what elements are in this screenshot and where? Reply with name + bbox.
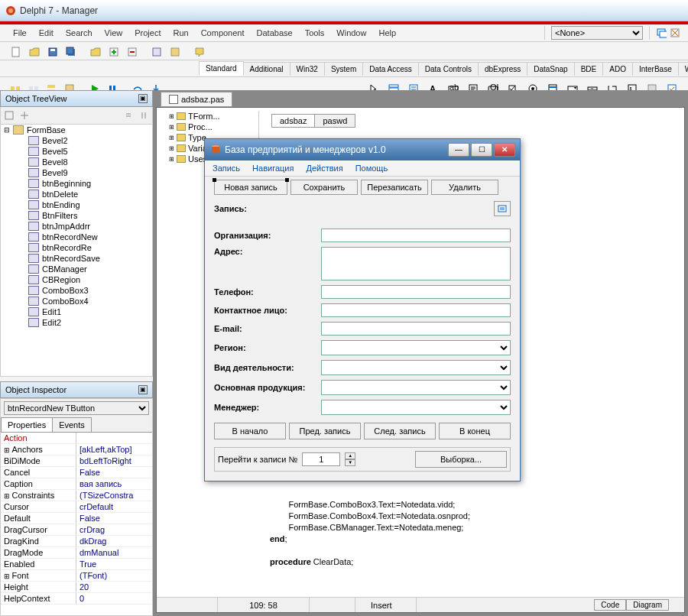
toggle-form-icon[interactable] bbox=[656, 28, 667, 38]
tree-tool4[interactable] bbox=[137, 109, 151, 122]
palette-tab-win32[interactable]: Win32 bbox=[290, 62, 325, 76]
combo-region[interactable] bbox=[321, 340, 511, 355]
pin-icon[interactable]: ▣ bbox=[138, 94, 148, 103]
close-button[interactable]: ✕ bbox=[494, 143, 515, 157]
save-btn[interactable] bbox=[44, 44, 61, 60]
menu-view[interactable]: View bbox=[99, 26, 128, 40]
palette-tab-dbexpress[interactable]: dbExpress bbox=[478, 62, 527, 76]
tree-item[interactable]: btnRecordRe bbox=[1, 242, 152, 253]
tree-item[interactable]: Edit2 bbox=[1, 317, 152, 328]
dlg-titlebar[interactable]: База предприятий и менеджеров v1.0 — ☐ ✕ bbox=[205, 139, 520, 160]
combo-manager[interactable] bbox=[321, 400, 511, 415]
property-row[interactable]: Font(TFont) bbox=[1, 570, 152, 582]
combo-activity[interactable] bbox=[321, 360, 511, 375]
filter-btn[interactable]: Выборка... bbox=[415, 451, 507, 468]
rewrite-btn[interactable]: Перезаписать bbox=[361, 180, 428, 195]
combo-product[interactable] bbox=[321, 380, 511, 395]
palette-tab-dataaccess[interactable]: Data Access bbox=[362, 62, 419, 76]
tree-root[interactable]: ⊟FormBase bbox=[1, 125, 152, 135]
struct-item[interactable]: ⊞Proc... bbox=[160, 122, 258, 132]
property-row[interactable]: Height20 bbox=[1, 582, 152, 593]
property-row[interactable]: DragKinddkDrag bbox=[1, 536, 152, 547]
save-record-btn[interactable]: Сохранить bbox=[290, 180, 358, 195]
menu-search[interactable]: Search bbox=[60, 26, 98, 40]
input-org[interactable] bbox=[321, 229, 511, 242]
tree-item[interactable]: CBManager bbox=[1, 264, 152, 274]
nav-end[interactable]: В конец bbox=[439, 423, 511, 439]
input-email[interactable] bbox=[321, 322, 511, 336]
palette-tab-datacontrols[interactable]: Data Controls bbox=[418, 62, 479, 76]
menu-window[interactable]: Window bbox=[331, 26, 372, 40]
open-project-btn[interactable] bbox=[87, 44, 104, 60]
tree-item[interactable]: btnEnding bbox=[1, 199, 152, 210]
tree-item[interactable]: btnRecordNew bbox=[1, 232, 152, 242]
palette-tab-interbase[interactable]: InterBase bbox=[632, 62, 679, 76]
status-tab-diagram[interactable]: Diagram bbox=[626, 599, 669, 611]
new-record-btn[interactable]: Новая запись bbox=[214, 180, 287, 195]
palette-tab-datasnap[interactable]: DataSnap bbox=[527, 62, 574, 76]
minimize-button[interactable]: — bbox=[448, 143, 469, 157]
property-row[interactable]: EnabledTrue bbox=[1, 559, 152, 570]
new-form-icon[interactable] bbox=[670, 28, 680, 38]
tree-item[interactable]: btnBeginning bbox=[1, 178, 152, 189]
property-row[interactable]: Constraints(TSizeConstra bbox=[1, 490, 152, 501]
menu-component[interactable]: Component bbox=[196, 26, 250, 40]
tree-tool3[interactable] bbox=[122, 109, 135, 122]
tree-item[interactable]: ComboBox3 bbox=[1, 285, 152, 296]
card-icon-btn[interactable] bbox=[494, 201, 511, 216]
tab-events[interactable]: Events bbox=[52, 417, 92, 432]
dlg-menu-actions[interactable]: Действия bbox=[301, 162, 347, 174]
tree-item[interactable]: CBRegion bbox=[1, 274, 152, 285]
open-btn[interactable] bbox=[26, 44, 43, 60]
menu-tools[interactable]: Tools bbox=[300, 26, 330, 40]
add-btn[interactable] bbox=[105, 44, 122, 60]
nav-begin[interactable]: В начало bbox=[214, 423, 286, 439]
palette-tab-bde[interactable]: BDE bbox=[574, 62, 604, 76]
input-addr[interactable] bbox=[321, 247, 511, 280]
new-btn[interactable] bbox=[8, 44, 24, 60]
tree-item[interactable]: Bevel5 bbox=[1, 146, 152, 157]
tree-item[interactable]: btnDelete bbox=[1, 189, 152, 199]
delete-btn[interactable]: Удалить bbox=[431, 180, 498, 195]
palette-tab-ado[interactable]: ADO bbox=[602, 62, 633, 76]
property-row[interactable]: DragModedmManual bbox=[1, 547, 152, 559]
tree-item[interactable]: BtnFilters bbox=[1, 210, 152, 221]
pin-icon[interactable]: ▣ bbox=[138, 385, 148, 394]
tree-item[interactable]: btnJmpAddrr bbox=[1, 221, 152, 232]
view-unit-btn[interactable] bbox=[148, 44, 165, 60]
property-row[interactable]: DragCursorcrDrag bbox=[1, 524, 152, 536]
subtab-adsbaz[interactable]: adsbaz bbox=[271, 114, 315, 128]
inspector-grid[interactable]: ActionAnchors[akLeft,akTop]BiDiModebdLef… bbox=[1, 433, 152, 615]
palette-tab-system[interactable]: System bbox=[324, 62, 363, 76]
property-row[interactable]: Captionвая запись bbox=[1, 478, 152, 490]
input-contact[interactable] bbox=[321, 303, 511, 317]
palette-tab-web[interactable]: Web bbox=[678, 62, 688, 76]
menu-file[interactable]: File bbox=[8, 26, 32, 40]
property-row[interactable]: CursorcrDefault bbox=[1, 501, 152, 513]
nav-prev[interactable]: Пред. запись bbox=[289, 423, 361, 439]
menu-help[interactable]: Help bbox=[373, 26, 401, 40]
property-row[interactable]: BiDiModebdLeftToRight bbox=[1, 456, 152, 467]
subtab-paswd[interactable]: paswd bbox=[314, 114, 355, 128]
property-row[interactable]: Action bbox=[1, 433, 152, 444]
dlg-menu-nav[interactable]: Навигация bbox=[248, 162, 298, 174]
property-row[interactable]: DefaultFalse bbox=[1, 513, 152, 524]
dlg-menu-record[interactable]: Запись bbox=[208, 162, 245, 174]
palette-tab-additional[interactable]: Additional bbox=[243, 62, 290, 76]
form-designer-window[interactable]: База предприятий и менеджеров v1.0 — ☐ ✕… bbox=[204, 138, 521, 481]
status-tab-code[interactable]: Code bbox=[594, 599, 626, 611]
menu-run[interactable]: Run bbox=[167, 26, 193, 40]
maximize-button[interactable]: ☐ bbox=[471, 143, 492, 157]
code-editor[interactable]: FormBase.ComboBox3.Text:=Notedata.vidd; … bbox=[264, 498, 678, 589]
tree-item[interactable]: btnRecordSave bbox=[1, 253, 152, 264]
save-all-btn[interactable] bbox=[63, 44, 80, 60]
config-select[interactable]: <None> bbox=[551, 26, 643, 40]
menu-database[interactable]: Database bbox=[252, 26, 298, 40]
property-row[interactable]: Anchors[akLeft,akTop] bbox=[1, 444, 152, 456]
menu-project[interactable]: Project bbox=[129, 26, 166, 40]
struct-item[interactable]: ⊞TForm... bbox=[160, 111, 258, 122]
dlg-menu-help[interactable]: Помощь bbox=[351, 162, 393, 174]
property-row[interactable]: HelpContext0 bbox=[1, 593, 152, 605]
property-row[interactable]: CancelFalse bbox=[1, 467, 152, 478]
tree-item[interactable]: Bevel9 bbox=[1, 167, 152, 178]
